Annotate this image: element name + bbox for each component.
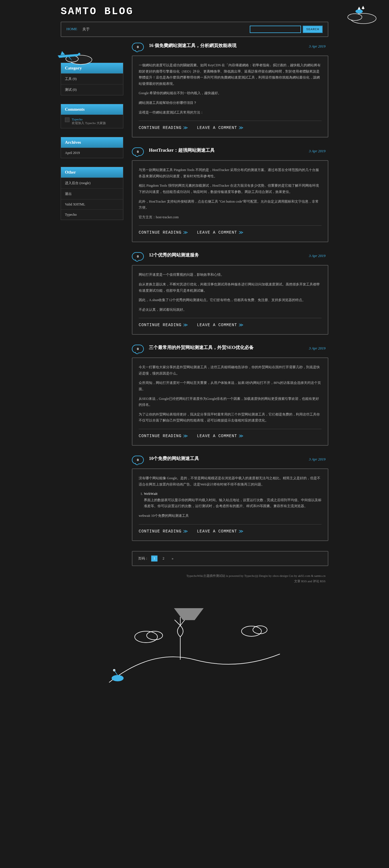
- post-paragraph: 今天一灯要给大家分享的是外贸网站测速工具，这些工具能明确地告诉你，你的外贸网站在…: [139, 364, 322, 376]
- post-paragraph: 从SEO来说，Google已经把网站打开速度作为Google排名的一个因素，加载…: [139, 396, 322, 408]
- widget-title: Comments: [61, 104, 123, 115]
- nav-home[interactable]: HOME: [66, 27, 77, 32]
- arrow-icon: ≫: [183, 230, 188, 235]
- post-paragraph: 网站打开速度是一个值得重视的问题，影响效率和心情。: [139, 272, 322, 278]
- svg-point-2: [356, 10, 362, 13]
- svg-point-1: [348, 14, 362, 21]
- continue-reading-link[interactable]: CONTINUE READING ≫: [139, 125, 188, 131]
- other-item[interactable]: Typecho: [61, 210, 123, 220]
- comment-count-bubble[interactable]: 0: [132, 345, 144, 353]
- arrow-icon: ≫: [239, 230, 244, 235]
- post-title[interactable]: 16 個免費網站測速工具，分析網頁效能表現: [149, 43, 328, 49]
- post-paragraph: 为了让你的外贸网站表现得更好，我决定分享我平时最常用的三个外贸网站测速工具，它们…: [139, 411, 322, 424]
- post-paragraph: 众所周知，网站打开速度对一个网站至关重要，从用户体验来说，如果3秒内网站打不开，…: [139, 380, 322, 392]
- post-date: 3 Apr 2019: [309, 44, 326, 49]
- navbar: HOME 关于 SEARCH: [61, 22, 328, 37]
- post-paragraph: 与另一款网站测速工具 Pingdom Tools 不同的是，HostTracke…: [139, 167, 322, 179]
- other-item[interactable]: 退出: [61, 188, 123, 199]
- footer-link[interactable]: ak92.com: [298, 574, 310, 578]
- leave-comment-link[interactable]: LEAVE A COMMENT ≫: [197, 322, 244, 328]
- airplane-doodle: [52, 47, 98, 68]
- post-paragraph: 不必太认真，测试着玩玩就好。: [139, 307, 322, 313]
- arrow-icon: ≫: [183, 322, 188, 328]
- post-paragraph: 官方主页：host-tracker.com: [139, 214, 322, 221]
- post-paragraph: 此外，HostTracker 支持站外按钮调用，点击右侧工具 "Get butt…: [139, 199, 322, 211]
- comment-count-bubble[interactable]: 0: [132, 147, 144, 156]
- widget-comments: Comments Typecho欢迎加入 Typecho 大家族: [61, 104, 123, 128]
- comment-count-bubble[interactable]: 0: [132, 252, 144, 261]
- post-title[interactable]: 三个最常用的外贸网站测速工具，外贸SEO优化必备: [149, 345, 328, 351]
- continue-reading-link[interactable]: CONTINUE READING ≫: [139, 230, 188, 235]
- svg-point-7: [135, 631, 157, 643]
- pagination-label: 页码：: [138, 556, 148, 561]
- svg-point-6: [253, 626, 267, 634]
- site-logo[interactable]: SAMTO BLOG: [61, 6, 328, 18]
- arrow-icon: ≫: [183, 433, 188, 439]
- svg-point-8: [147, 631, 162, 640]
- post: 012个优秀的网站测速服务3 Apr 2019网站打开速度是一个值得重视的问题，…: [132, 252, 328, 335]
- widget-other: Other 进入后台 (roogle) 退出 Valid XHTML Typec…: [61, 167, 123, 220]
- post-title[interactable]: 12个优秀的网站测速服务: [149, 252, 328, 258]
- archive-item[interactable]: April 2019: [61, 148, 123, 158]
- post: 016 個免費網站測速工具，分析網頁效能表現3 Apr 2019一個網站的速度可…: [132, 43, 328, 137]
- post-list-item: WebWait界面上的数据表可以显示你的网站平均载入时间。输入站点地址，设置运行…: [144, 491, 322, 509]
- continue-reading-link[interactable]: CONTINUE READING ≫: [139, 433, 188, 439]
- footer-link[interactable]: samto.cn: [315, 574, 326, 578]
- post-paragraph: 一個網站的速度可以是成功的關鍵因素。如同 KeyCDN 在「內容傳遞網絡：初學者…: [139, 62, 322, 87]
- post-body: 网站打开速度是一个值得重视的问题，影响效率和心情。自从更换主题以来，不断对其进行…: [132, 265, 328, 335]
- pagination: 页码：12»: [132, 551, 328, 566]
- post-paragraph: 没有哪个网站能像 Google。是的，不管是网站规模还是在浏览器中载入的速度都无…: [139, 475, 322, 488]
- comment-item[interactable]: Typecho欢迎加入 Typecho 大家族: [61, 115, 123, 128]
- category-item[interactable]: 测试 (0): [61, 84, 123, 95]
- svg-point-5: [241, 626, 262, 637]
- post: 0HostTracker：超强网站测速工具3 Apr 2019与另一款网站测速工…: [132, 147, 328, 242]
- comment-count-bubble[interactable]: 0: [132, 43, 144, 51]
- post-date: 3 Apr 2019: [309, 346, 326, 351]
- category-item[interactable]: 工具 (9): [61, 73, 123, 84]
- leave-comment-link[interactable]: LEAVE A COMMENT ≫: [197, 433, 244, 439]
- leave-comment-link[interactable]: LEAVE A COMMENT ≫: [197, 528, 244, 534]
- post-date: 3 Apr 2019: [309, 254, 326, 258]
- post-date: 3 Apr 2019: [309, 457, 326, 462]
- post-body: 没有哪个网站能像 Google。是的，不管是网站规模还是在浏览器中载入的速度都无…: [132, 468, 328, 541]
- search-input[interactable]: [250, 26, 301, 33]
- arrow-icon: ≫: [183, 125, 188, 131]
- post-date: 3 Apr 2019: [309, 149, 326, 153]
- post-paragraph: 因此，A.shun收集了12个优秀的网站测速站点。它们皆有特色，但都具有免费、免…: [139, 297, 322, 303]
- continue-reading-link[interactable]: CONTINUE READING ≫: [139, 528, 188, 534]
- continue-reading-link[interactable]: CONTINUE READING ≫: [139, 322, 188, 328]
- arrow-icon: ≫: [239, 322, 244, 328]
- post-title[interactable]: HostTracker：超强网站测速工具: [149, 147, 328, 153]
- page-link[interactable]: 2: [160, 556, 167, 561]
- post-body: 与另一款网站测速工具 Pingdom Tools 不同的是，HostTracke…: [132, 160, 328, 242]
- page-link[interactable]: 1: [151, 556, 157, 561]
- header-doodle: [332, 3, 378, 27]
- leave-comment-link[interactable]: LEAVE A COMMENT ≫: [197, 230, 244, 235]
- leave-comment-link[interactable]: LEAVE A COMMENT ≫: [197, 125, 244, 131]
- footer: TypechoWiki主题插件测试站 is powered by Typecho…: [61, 566, 328, 592]
- arrow-icon: ≫: [239, 433, 244, 439]
- svg-point-9: [112, 675, 123, 681]
- nav-about[interactable]: 关于: [82, 27, 90, 32]
- post: 0三个最常用的外贸网站测速工具，外贸SEO优化必备3 Apr 2019今天一灯要…: [132, 345, 328, 446]
- footer-link[interactable]: obox-design: [272, 574, 288, 578]
- footer-doodle: [61, 591, 328, 746]
- other-item[interactable]: Valid XHTML: [61, 199, 123, 210]
- svg-line-10: [115, 671, 118, 675]
- footer-link[interactable]: 文章 RSS: [294, 580, 307, 583]
- arrow-icon: ≫: [239, 528, 244, 534]
- avatar-icon: [65, 118, 69, 122]
- post-paragraph: Google 希望你的網站能在不到一秒內載入，越快越好。: [139, 90, 322, 96]
- footer-link[interactable]: 评论 RSS: [313, 580, 326, 583]
- widget-title: Archives: [61, 137, 123, 148]
- post-paragraph: 相比 Pingdom Tools 强悍的网页元素的加载测试，HostTracke…: [139, 183, 322, 195]
- post-paragraph: webwait 10个免费的网站测速工具: [139, 513, 322, 519]
- next-page-link[interactable]: »: [170, 556, 176, 561]
- post-title[interactable]: 10个免费的网站测速工具: [149, 456, 328, 462]
- search-button[interactable]: SEARCH: [303, 26, 323, 33]
- widget-title: Other: [61, 167, 123, 178]
- widget-archives: Archives April 2019: [61, 137, 123, 158]
- post-paragraph: 這裡是一些網站速度測試工具常用的方法：: [139, 110, 322, 116]
- comment-count-bubble[interactable]: 0: [132, 456, 144, 464]
- other-item[interactable]: 进入后台 (roogle): [61, 178, 123, 188]
